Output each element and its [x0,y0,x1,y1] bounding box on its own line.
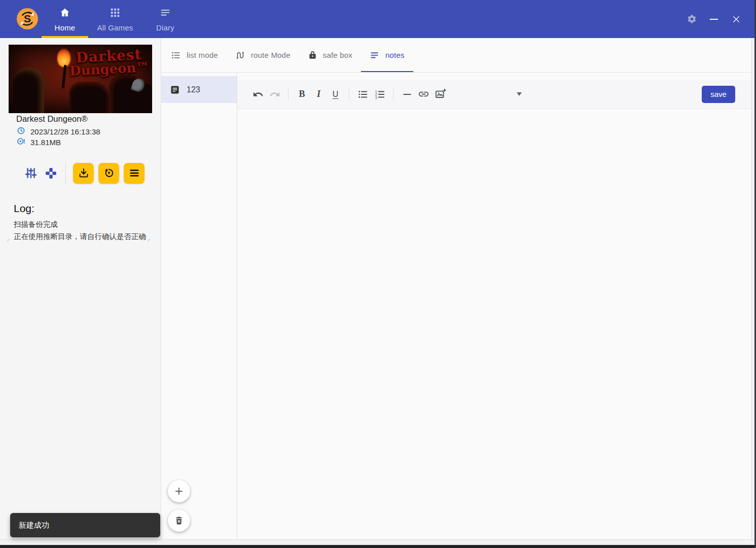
nav-tab-home-label: Home [55,23,76,32]
home-icon [59,7,70,20]
tab-route-mode-label: route Mode [251,51,291,59]
bold-button[interactable]: B [295,87,309,101]
close-icon [732,15,741,24]
game-sidebar: Darkest Dungeon™ Darkest Dungeon® 2023/1… [0,38,161,539]
note-editor-panel: B I U 123 [237,73,751,539]
insert-link-button[interactable] [417,87,431,101]
cover-title: Darkest Dungeon™ [68,47,150,78]
nav-tab-diary-label: Diary [156,23,174,32]
list-icon [171,50,181,60]
format-dropdown[interactable] [512,87,526,101]
tab-safe-box[interactable]: safe box [299,38,361,72]
undo-button[interactable] [251,87,265,101]
tab-notes[interactable]: notes [361,38,413,72]
log-resize-grip [7,239,10,242]
actions-divider [65,162,66,184]
main-content: list mode route Mode safe box notes [161,38,752,539]
delete-note-button[interactable] [168,509,190,532]
notes-icon [370,50,380,60]
bullet-list-icon [357,89,369,100]
gamepad-icon [45,167,57,180]
backup-size-row: 31.81MB [17,137,61,148]
underline-button[interactable]: U [329,87,343,101]
tab-route-mode[interactable]: route Mode [227,38,299,72]
insert-image-button[interactable] [434,87,448,101]
note-article-icon [170,85,180,95]
tab-list-mode[interactable]: list mode [162,38,227,72]
tab-notes-label: notes [385,51,405,59]
app-logo-letter: S [24,13,31,25]
tab-list-mode-label: list mode [187,51,218,59]
tab-safe-box-label: safe box [323,51,352,59]
backup-download-button[interactable] [73,163,94,184]
nav-tab-all-games[interactable]: All Games [92,0,138,38]
nav-tab-home[interactable]: Home [42,0,88,38]
app-window: S Home All Games [0,0,756,548]
window-bottom-edge [0,545,756,548]
nav-tab-diary[interactable]: Diary [142,0,189,38]
game-cover: Darkest Dungeon™ [9,45,152,113]
toast-message: 新建成功 [19,521,49,530]
note-item-label: 123 [187,85,200,94]
hamburger-menu-icon [128,167,140,179]
editor-toolbar: B I U 123 [237,80,751,109]
log-line: 正在使用推断目录，请自行确认是否正确 [14,231,148,242]
mode-tabbar: list mode route Mode safe box notes [161,38,751,73]
log-line: 扫描备份完成 [14,219,148,229]
backup-size: 31.81MB [30,138,61,147]
note-list-item[interactable]: 123 [161,76,237,103]
apps-grid-icon [110,7,121,20]
window-controls [684,0,744,38]
settings-gear-icon[interactable] [684,12,699,27]
game-actions [23,161,145,185]
nav-tab-all-games-label: All Games [97,23,133,32]
lock-icon [308,50,317,60]
horizontal-rule-icon [402,89,413,100]
minimize-icon [710,19,718,20]
clock-icon [17,126,25,137]
bullet-list-button[interactable] [356,87,370,101]
log-output: Log: 扫描备份完成 正在使用推断目录，请自行确认是否正确 [14,202,148,242]
toolbar-divider [349,88,349,101]
disc-usage-alert-icon [17,137,25,148]
game-title: Darkest Dungeon® [16,114,88,124]
download-icon [78,167,90,179]
main-nav: Home All Games Diary [42,0,189,38]
plus-icon [174,486,184,496]
titlebar: S Home All Games [0,0,756,38]
toast-notification: 新建成功 [10,513,160,537]
diary-notes-icon [160,7,171,20]
chevron-down-icon [517,92,522,96]
link-icon [418,88,429,100]
numbered-list-icon: 123 [374,89,385,100]
undo-icon [253,89,264,100]
log-resize-grip [148,239,151,242]
restore-sync-icon [103,167,115,179]
toolbar-divider [288,88,289,101]
toolbar-divider [393,88,393,101]
horizontal-rule-button[interactable] [400,87,414,101]
italic-button[interactable]: I [312,87,326,101]
more-menu-button[interactable] [124,163,145,184]
redo-button[interactable] [268,87,282,101]
image-add-icon [435,88,446,100]
close-button[interactable] [729,12,744,27]
redo-icon [269,89,280,100]
add-note-button[interactable] [168,480,190,502]
gamepad-button[interactable] [43,165,58,181]
tune-settings-button[interactable] [23,165,39,181]
note-editor-content[interactable] [237,110,751,539]
minimize-button[interactable] [706,12,722,27]
route-icon [235,50,245,60]
save-button[interactable]: save [702,86,735,103]
backup-time: 2023/12/28 16:13:38 [30,127,100,136]
trash-x-icon [174,516,184,526]
log-title: Log: [14,202,148,215]
backup-time-row: 2023/12/28 16:13:38 [17,126,100,137]
numbered-list-button[interactable]: 123 [373,87,387,101]
notes-list-panel: 123 [161,73,237,539]
bottom-strip [0,539,756,545]
svg-text:3: 3 [375,95,377,99]
restore-backup-button[interactable] [98,163,119,184]
tune-icon [24,166,38,180]
